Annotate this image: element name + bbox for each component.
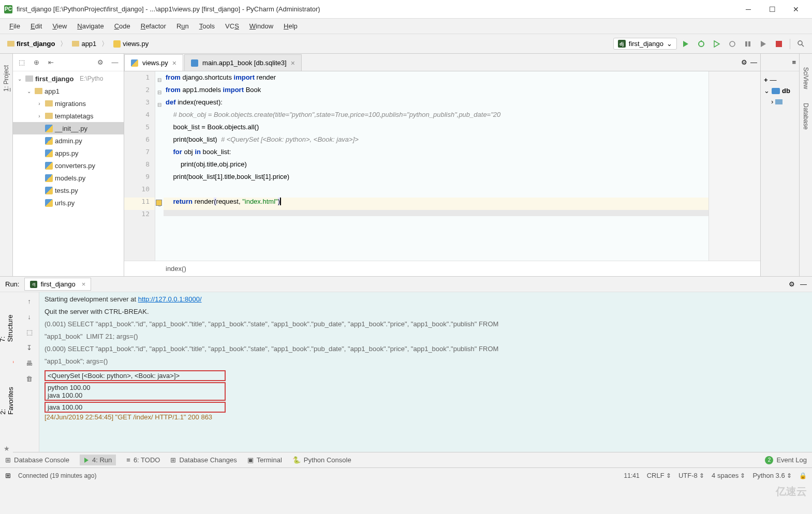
menu-refactor[interactable]: Refactor: [137, 21, 170, 31]
expand-icon[interactable]: ⌄: [25, 88, 33, 94]
clear-button[interactable]: 🗑: [24, 373, 35, 384]
run-tab[interactable]: djfirst_django×: [24, 278, 91, 291]
structure-tab[interactable]: 7: Structure: [0, 315, 14, 342]
wrap-button[interactable]: ⬚: [24, 326, 35, 338]
database-tab[interactable]: Database: [802, 103, 809, 129]
minimap[interactable]: [708, 71, 760, 261]
breadcrumb-project[interactable]: first_django: [4, 39, 58, 49]
menu-window[interactable]: Window: [245, 21, 277, 31]
code-content[interactable]: from django.shortcuts import render from…: [164, 71, 708, 261]
collapse-icon[interactable]: ⇤: [45, 57, 56, 68]
tree-file-admin[interactable]: admin.py: [13, 134, 124, 147]
tab-terminal[interactable]: ▣Terminal: [247, 456, 282, 464]
close-icon[interactable]: ×: [82, 280, 86, 288]
gear-icon[interactable]: ⚙: [789, 280, 795, 288]
tab-todo[interactable]: ≡6: TODO: [126, 456, 160, 464]
tree-file-tests[interactable]: tests.py: [13, 184, 124, 196]
status-lock-icon[interactable]: 🔒: [799, 472, 807, 479]
close-icon[interactable]: ×: [291, 59, 295, 67]
gear-icon[interactable]: ⚙: [95, 57, 106, 68]
tree-file-init[interactable]: __init__.py: [13, 122, 124, 134]
hide-icon[interactable]: —: [800, 280, 807, 288]
gear-icon[interactable]: ⚙: [741, 58, 747, 66]
menu-tools[interactable]: Tools: [195, 21, 219, 31]
event-log-label: Event Log: [776, 456, 807, 464]
stop-button[interactable]: [772, 37, 786, 51]
console-output[interactable]: Starting development server at http://12…: [39, 292, 812, 452]
attach-button[interactable]: [757, 37, 770, 51]
scroll-button[interactable]: ↧: [24, 342, 35, 353]
concurrency-button[interactable]: [741, 37, 755, 51]
menu-help[interactable]: Help: [279, 21, 302, 31]
menu-edit[interactable]: Edit: [26, 21, 46, 31]
menu-vcs[interactable]: VCS: [221, 21, 243, 31]
down-button[interactable]: ↓: [24, 311, 35, 322]
windows-icon[interactable]: ⊞: [5, 472, 11, 479]
search-button[interactable]: [794, 37, 808, 51]
expand-icon[interactable]: ›: [36, 113, 43, 119]
tree-file-urls[interactable]: urls.py: [13, 196, 124, 209]
close-icon[interactable]: ×: [172, 59, 176, 67]
breadcrumb-app1[interactable]: app1: [69, 39, 99, 49]
up-button[interactable]: ↑: [24, 295, 35, 307]
tab-db-changes[interactable]: ⊞Database Changes: [170, 456, 237, 464]
fold-icon[interactable]: ⊟: [155, 73, 164, 86]
console-link[interactable]: http://127.0.0.1:8000/: [138, 295, 202, 303]
menu-navigate[interactable]: Navigate: [73, 21, 108, 31]
expand-icon[interactable]: ›: [36, 101, 43, 107]
status-encoding[interactable]: UTF-8 ⇕: [678, 472, 704, 479]
hide-icon[interactable]: —: [750, 58, 757, 66]
status-line-sep[interactable]: CRLF ⇕: [647, 472, 671, 479]
menu-run[interactable]: Run: [172, 21, 193, 31]
status-cursor-pos[interactable]: 11:41: [624, 472, 640, 479]
tree-file-models[interactable]: models.py: [13, 172, 124, 184]
sciview-tab[interactable]: SciView: [802, 67, 809, 89]
list-icon[interactable]: ≡: [792, 58, 796, 66]
tab-python-console[interactable]: 🐍Python Console: [292, 456, 351, 464]
debug-button[interactable]: [695, 37, 708, 51]
print-button[interactable]: 🖶: [24, 357, 35, 369]
event-badge: 2: [765, 456, 773, 464]
event-log[interactable]: 2Event Log: [765, 456, 807, 464]
tab-run[interactable]: 4: Run: [80, 455, 116, 465]
scroll-from-source-icon[interactable]: ⬚: [16, 57, 27, 68]
tree-app1[interactable]: ⌄app1: [13, 85, 124, 97]
tree-migrations[interactable]: ›migrations: [13, 97, 124, 110]
coverage-button[interactable]: [710, 37, 724, 51]
status-indent[interactable]: 4 spaces ⇕: [712, 472, 745, 479]
menu-code[interactable]: Code: [110, 21, 135, 31]
project-toolbar: ⬚ ⊕ ⇤ ⚙ —: [13, 54, 124, 71]
hide-icon[interactable]: —: [109, 57, 121, 68]
favorites-tab[interactable]: 2: Favorites: [0, 387, 14, 414]
db-add[interactable]: + —: [764, 74, 796, 85]
project-panel: ⬚ ⊕ ⇤ ⚙ — ⌄first_django E:\Pytho ⌄app1 ›…: [13, 54, 124, 276]
fold-icon[interactable]: ⊟: [155, 98, 164, 111]
maximize-button[interactable]: ☐: [760, 2, 784, 17]
minimize-button[interactable]: ─: [736, 2, 760, 17]
run-button[interactable]: [679, 37, 692, 51]
tree-root[interactable]: ⌄first_django E:\Pytho: [13, 72, 124, 85]
tree-file-apps[interactable]: apps.py: [13, 147, 124, 159]
menu-file[interactable]: File: [5, 21, 24, 31]
code-breadcrumb[interactable]: index(): [124, 261, 760, 276]
menu-view[interactable]: View: [48, 21, 71, 31]
statusbar: ⊞ Connected (19 minutes ago) 11:41 CRLF …: [0, 467, 812, 483]
profile-button[interactable]: [726, 37, 739, 51]
fold-icon[interactable]: ⊟: [155, 86, 164, 98]
close-button[interactable]: ✕: [784, 2, 808, 17]
breadcrumb-file[interactable]: views.py: [110, 39, 152, 49]
locate-icon[interactable]: ⊕: [31, 57, 42, 68]
editor-body[interactable]: 1 2 3 4 5 6 7 8 9 10 11 12 ⊟ ⊟ ⊟ ◡ from …: [124, 71, 760, 261]
status-python[interactable]: Python 3.6 ⇕: [753, 472, 792, 479]
tab-views[interactable]: views.py×: [124, 54, 183, 71]
expand-icon[interactable]: ⌄: [16, 76, 23, 82]
run-config-label: first_django: [629, 40, 663, 48]
tab-db-console[interactable]: ⊞Database Console: [5, 456, 69, 464]
tree-templatetags[interactable]: ›templatetags: [13, 110, 124, 122]
db-schema[interactable]: ›: [764, 96, 796, 107]
project-tool-tab[interactable]: 1: Project: [3, 65, 10, 92]
tab-db[interactable]: main.app1_book [db.sqlite3]×: [184, 54, 302, 71]
run-config-selector[interactable]: dj first_django ⌄: [613, 38, 677, 50]
tree-file-converters[interactable]: converters.py: [13, 159, 124, 172]
db-item[interactable]: ⌄db: [764, 85, 796, 96]
